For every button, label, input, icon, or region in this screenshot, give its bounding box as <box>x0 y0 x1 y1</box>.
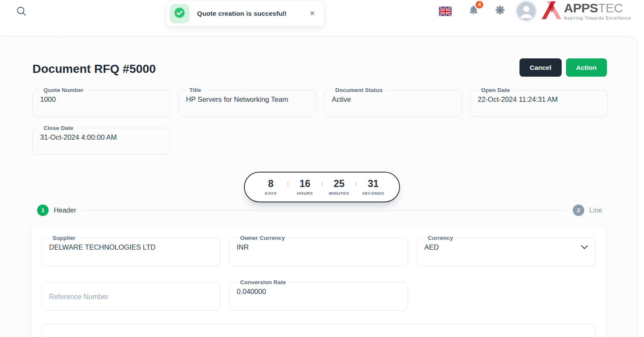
toast-notification: Quote creation is succesful! ✕ <box>167 1 324 26</box>
close-date-field[interactable]: Close Date 31-Oct-2024 4:00:00 AM <box>32 125 170 155</box>
countdown-seconds-value: 31 <box>362 179 385 189</box>
user-avatar[interactable] <box>517 2 536 20</box>
step-2-label: Line <box>589 207 602 214</box>
search-button[interactable] <box>16 6 27 17</box>
logo-part2: TEC <box>598 1 623 15</box>
toast-close-icon[interactable]: ✕ <box>308 9 317 19</box>
stepper-connector <box>83 210 566 210</box>
owner-currency-label: Owner Currency <box>237 235 288 241</box>
header-form-card: Supplier DELWARE TECHNOLOGIES LTD Owner … <box>31 226 606 337</box>
close-date-value: 31-Oct-2024 4:00:00 AM <box>40 133 162 141</box>
gear-icon <box>495 5 505 17</box>
appstec-logo-mark-icon <box>542 1 561 21</box>
currency-label: Currency <box>425 235 456 241</box>
open-date-value: 22-Oct-2024 11:24:31 AM <box>478 95 600 104</box>
conversion-rate-value: 0.040000 <box>237 288 400 296</box>
countdown-days-label: DAYS <box>259 191 282 196</box>
title-value: HP Servers for Networking Team <box>186 95 308 104</box>
title-field[interactable]: Title HP Servers for Networking Team <box>178 87 316 117</box>
uk-flag-icon <box>439 10 452 16</box>
toast-icon-box <box>170 4 189 23</box>
topbar-actions: 4 APPSTEC Asp <box>439 0 631 22</box>
logo-text: APPSTEC Aspiring Towards Excellence <box>564 2 631 20</box>
action-button[interactable]: Action <box>566 58 607 77</box>
bell-icon <box>469 10 479 17</box>
countdown-days-value: 8 <box>259 179 282 189</box>
supplier-label: Supplier <box>49 235 78 241</box>
form-grid-spacer <box>417 279 596 311</box>
notifications-button[interactable]: 4 <box>469 5 479 17</box>
logo-part1: APPS <box>564 1 598 15</box>
owner-currency-field[interactable]: Owner Currency INR <box>229 235 408 266</box>
supplier-value: DELWARE TECHNOLOGIES LTD <box>49 243 213 251</box>
quote-number-value: 1000 <box>40 95 162 104</box>
settings-button[interactable] <box>495 5 505 17</box>
countdown-separator: : <box>355 180 357 187</box>
open-date-field[interactable]: Open Date 22-Oct-2024 11:24:31 AM <box>470 87 608 117</box>
cancel-button[interactable]: Cancel <box>519 58 562 77</box>
currency-value: AED <box>424 243 581 251</box>
document-status-value: Active <box>332 95 454 104</box>
currency-select[interactable]: Currency AED <box>417 235 596 266</box>
close-date-label: Close Date <box>41 125 76 131</box>
conversion-rate-field[interactable]: Conversion Rate 0.040000 <box>229 279 408 311</box>
countdown-minutes-value: 25 <box>328 179 351 189</box>
appstec-logo[interactable]: APPSTEC Aspiring Towards Excellence <box>542 1 631 21</box>
owner-currency-value: INR <box>237 243 400 251</box>
step-1-header[interactable]: 1 <box>37 205 49 216</box>
person-icon <box>517 14 536 22</box>
summary-fields-row: Quote Number 1000 Title HP Servers for N… <box>32 87 608 117</box>
countdown-timer: 8 DAYS : 16 HOURS : 25 MINUTES : 31 SECO… <box>244 172 400 202</box>
countdown-minutes-label: MINUTES <box>328 191 351 196</box>
conversion-rate-label: Conversion Rate <box>237 279 289 285</box>
search-icon <box>16 10 26 17</box>
step-2-line[interactable]: 2 <box>573 205 584 216</box>
countdown-hours-label: HOURS <box>293 191 316 196</box>
form-stepper: 1 Header 2 Line <box>37 205 602 216</box>
countdown-separator: : <box>321 180 323 187</box>
note-field-partial[interactable] <box>41 324 596 337</box>
countdown-days: 8 DAYS <box>259 179 282 195</box>
quote-number-field[interactable]: Quote Number 1000 <box>32 87 170 117</box>
supplier-field[interactable]: Supplier DELWARE TECHNOLOGIES LTD <box>41 235 220 266</box>
document-status-label: Document Status <box>332 87 386 93</box>
page-title: Document RFQ #5000 <box>32 62 156 76</box>
countdown-hours: 16 HOURS <box>293 179 316 195</box>
reference-number-field[interactable] <box>41 282 220 311</box>
countdown-hours-value: 16 <box>293 179 316 189</box>
rfq-document-page: Quote creation is succesful! ✕ 4 <box>0 0 644 337</box>
toast-message: Quote creation is succesful! <box>197 10 287 17</box>
summary-fields-row-2: Close Date 31-Oct-2024 4:00:00 AM <box>32 125 170 155</box>
language-flag-button[interactable] <box>439 6 452 16</box>
countdown-minutes: 25 MINUTES <box>328 179 351 195</box>
countdown-seconds: 31 SECONDS <box>362 179 385 195</box>
title-label: Title <box>186 87 204 93</box>
countdown-seconds-label: SECONDS <box>362 191 385 196</box>
quote-number-label: Quote Number <box>41 87 87 93</box>
success-check-icon <box>174 7 185 20</box>
logo-tagline: Aspiring Towards Excellence <box>564 15 631 20</box>
header-buttons: Cancel Action <box>519 58 607 77</box>
notification-count-badge: 4 <box>475 0 484 9</box>
open-date-label: Open Date <box>478 87 513 93</box>
reference-number-input[interactable] <box>49 293 213 301</box>
countdown-separator: : <box>287 180 289 187</box>
chevron-down-icon <box>581 245 588 250</box>
step-1-label: Header <box>54 207 76 214</box>
document-status-field[interactable]: Document Status Active <box>324 87 462 117</box>
